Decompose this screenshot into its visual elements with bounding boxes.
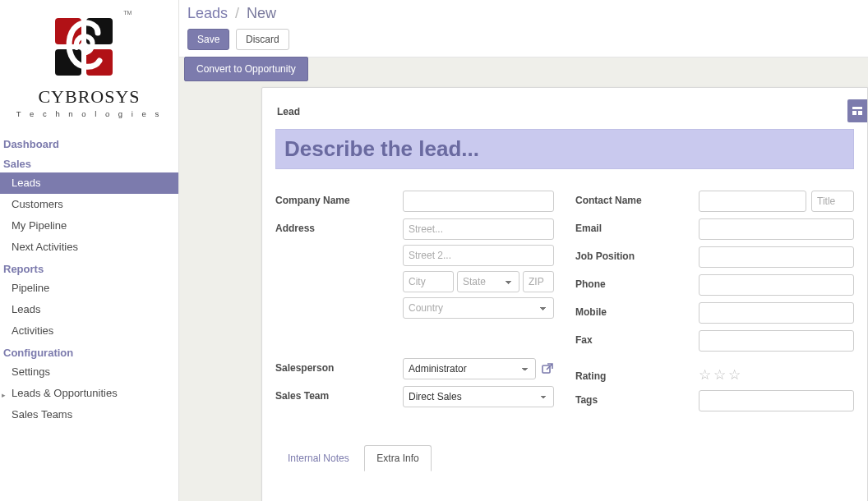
address-label: Address	[275, 218, 403, 234]
phone-input[interactable]	[699, 274, 854, 296]
city-input[interactable]	[403, 271, 454, 292]
salesperson-select[interactable]	[403, 358, 536, 379]
phone-label: Phone	[575, 274, 699, 290]
nav-leads-opportunities-label: Leads & Opportunities	[12, 387, 118, 399]
company-name-label: Company Name	[275, 191, 403, 206]
form-tabs: Internal Notes Extra Info	[275, 444, 854, 471]
state-select[interactable]	[457, 271, 519, 292]
nav-next-activities[interactable]: Next Activities	[0, 237, 178, 258]
nav-reports-header[interactable]: Reports	[0, 260, 178, 278]
nav-configuration-header[interactable]: Configuration	[0, 343, 178, 361]
tags-input[interactable]	[699, 390, 854, 411]
sales-team-label: Sales Team	[275, 386, 403, 402]
breadcrumb-separator: /	[235, 5, 239, 21]
logo: TM CYBROSYS T e c h n o l o g i e s	[0, 0, 178, 135]
external-link-icon[interactable]	[541, 362, 554, 375]
main: Leads / New Save Discard Convert to Oppo…	[179, 0, 868, 501]
breadcrumb: Leads / New	[187, 5, 860, 22]
email-label: Email	[575, 218, 699, 234]
nav-reports-leads[interactable]: Leads	[0, 299, 178, 320]
svg-rect-6	[858, 111, 862, 115]
contact-title-input[interactable]	[811, 191, 854, 212]
nav-settings[interactable]: Settings	[0, 361, 178, 383]
country-select[interactable]	[403, 297, 554, 319]
zip-input[interactable]	[523, 271, 554, 292]
kanban-toggle-icon[interactable]	[847, 99, 867, 122]
logo-subtext: T e c h n o l o g i e s	[7, 109, 172, 118]
card-title-label: Lead	[275, 103, 854, 129]
mobile-input[interactable]	[699, 302, 854, 324]
nav-pipeline[interactable]: Pipeline	[0, 278, 178, 299]
discard-button[interactable]: Discard	[236, 29, 289, 50]
job-position-label: Job Position	[575, 246, 699, 262]
nav-sales-teams[interactable]: Sales Teams	[0, 404, 178, 425]
nav-leads-opportunities[interactable]: ▸Leads & Opportunities	[0, 383, 178, 404]
convert-to-opportunity-button[interactable]: Convert to Opportunity	[184, 57, 308, 81]
star-icon[interactable]: ☆	[728, 366, 743, 384]
street2-input[interactable]	[403, 245, 554, 266]
star-icon[interactable]: ☆	[713, 366, 728, 384]
logo-mark-icon	[47, 15, 121, 79]
logo-tm: TM	[123, 10, 132, 16]
email-input[interactable]	[699, 218, 854, 240]
nav-dashboard[interactable]: Dashboard	[0, 135, 178, 153]
breadcrumb-bar: Leads / New Save Discard	[179, 0, 868, 57]
nav-sales-header[interactable]: Sales	[0, 154, 178, 172]
caret-icon: ▸	[2, 388, 6, 402]
svg-rect-5	[852, 111, 856, 115]
breadcrumb-current: New	[247, 5, 276, 21]
nav-leads[interactable]: Leads	[0, 172, 178, 194]
mobile-label: Mobile	[575, 302, 699, 318]
street-input[interactable]	[403, 218, 554, 240]
job-position-input[interactable]	[699, 246, 854, 268]
contact-name-input[interactable]	[699, 191, 806, 212]
logo-text: CYBROSYS	[7, 86, 172, 108]
fax-input[interactable]	[699, 330, 854, 352]
sidebar: TM CYBROSYS T e c h n o l o g i e s Dash…	[0, 0, 179, 501]
salesperson-label: Salesperson	[275, 358, 403, 374]
star-icon[interactable]: ☆	[699, 366, 713, 384]
svg-rect-4	[852, 107, 862, 109]
company-name-input[interactable]	[403, 191, 554, 212]
fax-label: Fax	[575, 330, 699, 346]
form-card: Lead Company Name Address	[261, 87, 868, 501]
lead-title-input[interactable]	[275, 129, 854, 169]
nav-customers[interactable]: Customers	[0, 194, 178, 215]
nav-activities[interactable]: Activities	[0, 320, 178, 342]
nav-my-pipeline[interactable]: My Pipeline	[0, 215, 178, 237]
tags-label: Tags	[575, 390, 699, 406]
rating-label: Rating	[575, 366, 699, 382]
sales-team-select[interactable]	[403, 386, 554, 407]
save-button[interactable]: Save	[187, 29, 229, 50]
rating-stars[interactable]: ☆☆☆	[699, 366, 854, 384]
contact-name-label: Contact Name	[575, 191, 699, 206]
tab-internal-notes[interactable]: Internal Notes	[275, 445, 362, 471]
breadcrumb-root[interactable]: Leads	[187, 5, 228, 21]
tab-extra-info[interactable]: Extra Info	[364, 445, 431, 471]
